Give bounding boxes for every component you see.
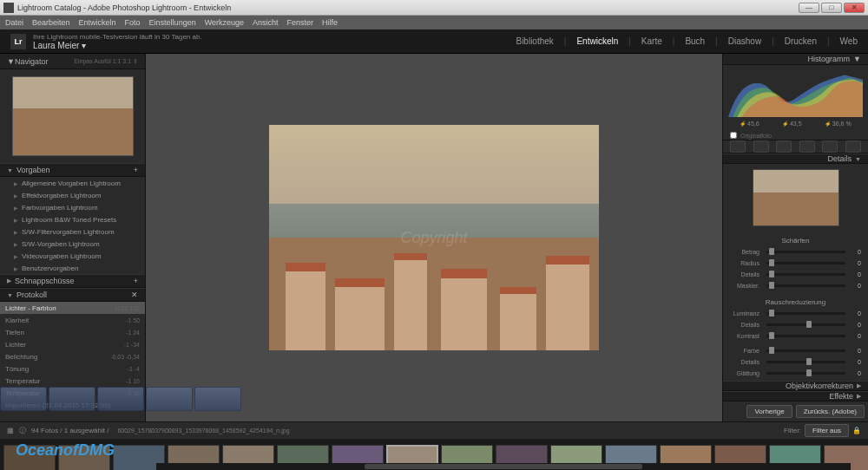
preset-item[interactable]: ▶Farbvorgaben Lightroom bbox=[0, 201, 145, 213]
history-item[interactable]: Lichter - Farbton+102 102 bbox=[0, 302, 145, 314]
navigator-header[interactable]: ▼NavigatorEinpas Ausfül 1:1 3:1 ⇕ bbox=[0, 54, 145, 69]
history-item[interactable]: Lichter-1 -34 bbox=[0, 338, 145, 350]
info-icon[interactable]: ⓘ bbox=[19, 426, 26, 435]
copyright-watermark: Copyright bbox=[400, 229, 467, 247]
histogram-header[interactable]: Histogramm▼ bbox=[723, 54, 868, 65]
crop-tool-icon[interactable] bbox=[730, 140, 746, 153]
history-item[interactable]: Belichtung-0,03 -0,34 bbox=[0, 350, 145, 362]
module-web[interactable]: Web bbox=[840, 36, 858, 46]
right-panel: Histogramm▼ 45,6 43,5 36,6 % Originalfot… bbox=[722, 54, 868, 421]
minimize-button[interactable]: — bbox=[799, 3, 819, 13]
slider-details[interactable]: Details0 bbox=[730, 356, 861, 368]
histo-val-3: 36,6 % bbox=[825, 121, 851, 127]
preset-item[interactable]: ▶Benutzervorgaben bbox=[0, 262, 145, 274]
preset-item[interactable]: ▶Lightroom B&W Toned Presets bbox=[0, 213, 145, 225]
history-header[interactable]: ▼Protokoll✕ bbox=[0, 288, 145, 302]
window-titlebar: Lightroom Catalog - Adobe Photoshop Ligh… bbox=[0, 0, 868, 16]
filmstrip-scrollbar[interactable] bbox=[156, 463, 851, 470]
slider-glättung[interactable]: Glättung0 bbox=[730, 368, 861, 379]
preset-item[interactable]: ▶S/W-Filtervorgaben Lightroom bbox=[0, 225, 145, 238]
maximize-button[interactable]: □ bbox=[821, 3, 842, 13]
slider-details[interactable]: Details0 bbox=[730, 269, 861, 280]
slider-radius[interactable]: Radius0 bbox=[730, 258, 861, 269]
lens-header[interactable]: Objektivkorrekturen▶ bbox=[723, 381, 868, 391]
identity-bar: Lr Ihre Lightroom mobile-Testversion läu… bbox=[0, 29, 868, 54]
snapshots-header[interactable]: ▶Schnappschüsse+ bbox=[0, 274, 145, 288]
previous-button[interactable]: Vorherige bbox=[746, 405, 792, 418]
count-label: 94 Fotos / 1 ausgewählt / bbox=[31, 427, 108, 434]
histo-val-2: 43,5 bbox=[782, 121, 801, 127]
module-drucken[interactable]: Drucken bbox=[785, 36, 817, 46]
menu-hilfe[interactable]: Hilfe bbox=[322, 18, 338, 27]
trial-notice: Ihre Lightroom mobile-Testversion läuft … bbox=[33, 33, 202, 41]
slider-betrag[interactable]: Betrag0 bbox=[730, 246, 861, 258]
history-item[interactable]: Tiefen-1 24 bbox=[0, 326, 145, 338]
menu-foto[interactable]: Foto bbox=[125, 18, 141, 27]
secondary-toolbar: ▦ ⓘ 94 Fotos / 1 ausgewählt / 60029_1578… bbox=[0, 421, 868, 439]
detail-preview[interactable] bbox=[723, 164, 868, 232]
slider-maskier.[interactable]: Maskier.0 bbox=[730, 280, 861, 291]
filter-off-button[interactable]: Filter aus bbox=[805, 424, 849, 437]
histogram-display[interactable]: 45,6 43,5 36,6 % bbox=[723, 65, 868, 132]
menubar: Datei Bearbeiten Entwickeln Foto Einstel… bbox=[0, 16, 868, 29]
module-diashow[interactable]: Diashow bbox=[728, 36, 761, 46]
image-canvas[interactable]: Copyright bbox=[146, 54, 722, 421]
module-bibliothek[interactable]: Bibliothek bbox=[516, 36, 553, 46]
module-buch[interactable]: Buch bbox=[685, 36, 705, 46]
scrollbar-thumb[interactable] bbox=[365, 464, 642, 469]
history-item[interactable]: Temperatur-1 16 bbox=[0, 375, 145, 387]
module-picker: Bibliothek| Entwickeln| Karte| Buch| Dia… bbox=[516, 36, 858, 46]
module-entwickeln[interactable]: Entwickeln bbox=[576, 36, 618, 46]
lightroom-logo-icon: Lr bbox=[10, 34, 26, 49]
preset-item[interactable]: ▶Allgemeine Vorgaben Lightroom bbox=[0, 177, 145, 189]
menu-ansicht[interactable]: Ansicht bbox=[253, 18, 279, 27]
redeye-tool-icon[interactable] bbox=[776, 140, 792, 153]
slider-luminanz[interactable]: Luminanz0 bbox=[730, 308, 861, 319]
spot-tool-icon[interactable] bbox=[753, 140, 769, 153]
left-panel: ▼NavigatorEinpas Ausfül 1:1 3:1 ⇕ ▼Vorga… bbox=[0, 54, 146, 421]
gradient-tool-icon[interactable] bbox=[799, 140, 815, 153]
effects-header[interactable]: Effekte▶ bbox=[723, 391, 868, 401]
details-header[interactable]: Details▼ bbox=[723, 153, 868, 164]
preset-item[interactable]: ▶Videovorgaben Lightroom bbox=[0, 250, 145, 262]
filmstrip-thumb[interactable] bbox=[3, 445, 56, 470]
presets-header[interactable]: ▼Vorgaben+ bbox=[0, 163, 145, 177]
filter-label: Filter: bbox=[784, 427, 801, 434]
main-photo: Copyright bbox=[269, 125, 599, 350]
slider-details[interactable]: Details0 bbox=[730, 319, 861, 330]
filmstrip-thumb[interactable] bbox=[58, 445, 110, 470]
window-title: Lightroom Catalog - Adobe Photoshop Ligh… bbox=[17, 3, 231, 12]
originalfoto-checkbox[interactable] bbox=[730, 132, 737, 139]
navigator-preview[interactable] bbox=[0, 69, 145, 163]
menu-datei[interactable]: Datei bbox=[5, 18, 23, 27]
preset-item[interactable]: ▶S/W-Vorgaben Lightroom bbox=[0, 238, 145, 250]
brush-tool-icon[interactable] bbox=[845, 140, 861, 153]
module-karte[interactable]: Karte bbox=[641, 36, 662, 46]
grid-view-icon[interactable]: ▦ bbox=[7, 427, 14, 434]
reset-button[interactable]: Zurücks. (Adobe) bbox=[796, 405, 865, 418]
slider-kontrast[interactable]: Kontrast0 bbox=[730, 330, 861, 342]
menu-fenster[interactable]: Fenster bbox=[287, 18, 314, 27]
menu-entwickeln[interactable]: Entwickeln bbox=[79, 18, 116, 27]
histo-val-1: 45,6 bbox=[740, 121, 759, 127]
slider-farbe[interactable]: Farbe0 bbox=[730, 345, 861, 356]
tool-strip bbox=[723, 140, 868, 153]
user-name[interactable]: Laura Meier ▾ bbox=[33, 41, 202, 50]
lock-icon[interactable]: 🔒 bbox=[852, 427, 861, 434]
menu-einstellungen[interactable]: Einstellungen bbox=[149, 18, 196, 27]
history-item[interactable]: Klarheit-1 50 bbox=[0, 314, 145, 326]
menu-bearbeiten[interactable]: Bearbeiten bbox=[32, 18, 70, 27]
filename-label: 60029_1578037900893_1533978068_1458592_4… bbox=[117, 428, 289, 434]
close-button[interactable]: ✕ bbox=[844, 3, 865, 13]
menu-werkzeuge[interactable]: Werkzeuge bbox=[205, 18, 244, 27]
history-item[interactable]: Tönung-1 -4 bbox=[0, 362, 145, 375]
windows-taskbar-overlay bbox=[0, 387, 241, 413]
preset-item[interactable]: ▶Effektvorgaben Lightroom bbox=[0, 189, 145, 201]
radial-tool-icon[interactable] bbox=[822, 140, 838, 153]
app-icon bbox=[3, 3, 14, 13]
